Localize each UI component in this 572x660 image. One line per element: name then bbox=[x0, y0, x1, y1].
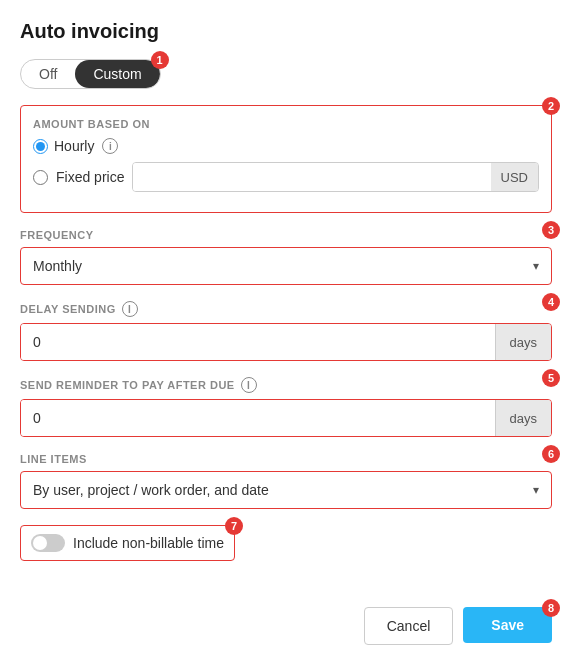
delay-info-icon[interactable]: i bbox=[122, 301, 138, 317]
delay-section: DELAY SENDING i days 4 bbox=[20, 301, 552, 361]
frequency-select[interactable]: Monthly Weekly Daily bbox=[21, 248, 551, 284]
reminder-label: SEND REMINDER TO PAY AFTER DUE bbox=[20, 379, 235, 391]
amount-section-wrapper: AMOUNT BASED ON Hourly i Fixed price USD… bbox=[20, 105, 552, 213]
save-button-wrapper: Save 8 bbox=[463, 607, 552, 645]
toggle-off-button[interactable]: Off bbox=[21, 60, 75, 88]
line-items-badge: 6 bbox=[542, 445, 560, 463]
save-button[interactable]: Save bbox=[463, 607, 552, 643]
reminder-section: SEND REMINDER TO PAY AFTER DUE i days 5 bbox=[20, 377, 552, 437]
reminder-info-icon[interactable]: i bbox=[241, 377, 257, 393]
line-items-section: LINE ITEMS By user, project / work order… bbox=[20, 453, 552, 509]
fixed-price-radio[interactable] bbox=[33, 170, 48, 185]
fixed-price-label[interactable]: Fixed price bbox=[56, 169, 124, 185]
reminder-addon: days bbox=[495, 400, 551, 436]
hourly-row: Hourly i bbox=[33, 138, 539, 154]
line-items-select[interactable]: By user, project / work order, and date bbox=[21, 472, 551, 508]
toggle-wrapper: Off Custom 1 bbox=[20, 59, 161, 89]
save-badge: 8 bbox=[542, 599, 560, 617]
hourly-label[interactable]: Hourly bbox=[54, 138, 94, 154]
currency-badge: USD bbox=[491, 163, 538, 191]
reminder-input[interactable] bbox=[21, 400, 495, 436]
toggle-group: Off Custom bbox=[20, 59, 161, 89]
frequency-badge: 3 bbox=[542, 221, 560, 239]
amount-badge: 2 bbox=[542, 97, 560, 115]
frequency-section: FREQUENCY Monthly Weekly Daily ▾ 3 bbox=[20, 229, 552, 285]
line-items-select-wrapper: By user, project / work order, and date … bbox=[20, 471, 552, 509]
non-billable-wrapper: Include non-billable time 7 bbox=[20, 525, 235, 561]
delay-input[interactable] bbox=[21, 324, 495, 360]
cancel-button[interactable]: Cancel bbox=[364, 607, 454, 645]
amount-label: AMOUNT BASED ON bbox=[33, 118, 539, 130]
currency-input[interactable] bbox=[133, 163, 490, 191]
line-items-label: LINE ITEMS bbox=[20, 453, 552, 465]
non-billable-label: Include non-billable time bbox=[73, 535, 224, 551]
delay-badge: 4 bbox=[542, 293, 560, 311]
currency-input-wrapper: USD bbox=[132, 162, 539, 192]
frequency-select-wrapper: Monthly Weekly Daily ▾ bbox=[20, 247, 552, 285]
toggle-custom-button[interactable]: Custom bbox=[75, 60, 159, 88]
reminder-badge: 5 bbox=[542, 369, 560, 387]
fixed-price-row: Fixed price USD bbox=[33, 162, 539, 192]
amount-section: AMOUNT BASED ON Hourly i Fixed price USD bbox=[20, 105, 552, 213]
non-billable-switch[interactable] bbox=[31, 534, 65, 552]
footer-actions: Cancel Save 8 bbox=[20, 607, 552, 645]
frequency-label: FREQUENCY bbox=[20, 229, 552, 241]
page-title: Auto invoicing bbox=[20, 20, 552, 43]
non-billable-toggle-row: Include non-billable time bbox=[20, 525, 235, 561]
toggle-badge: 1 bbox=[151, 51, 169, 69]
non-billable-badge: 7 bbox=[225, 517, 243, 535]
reminder-input-wrapper: days bbox=[20, 399, 552, 437]
delay-label: DELAY SENDING bbox=[20, 303, 116, 315]
hourly-radio[interactable] bbox=[33, 139, 48, 154]
hourly-info-icon[interactable]: i bbox=[102, 138, 118, 154]
delay-input-wrapper: days bbox=[20, 323, 552, 361]
delay-addon: days bbox=[495, 324, 551, 360]
non-billable-slider bbox=[31, 534, 65, 552]
